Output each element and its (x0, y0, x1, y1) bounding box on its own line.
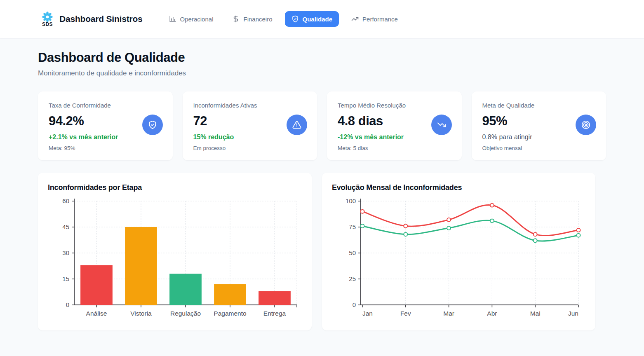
bar-chart-icon (169, 15, 176, 23)
line-chart-canvas[interactable]: 0255075100JanFevMarAbrMaiJun (332, 194, 585, 321)
bar-chart-canvas[interactable]: 015304560AnáliseVistoriaRegulaçãoPagamen… (48, 194, 302, 321)
pinwheel-logo-icon (41, 11, 54, 23)
app-logo: SDS (41, 11, 54, 27)
svg-text:Abr: Abr (487, 310, 497, 317)
nav-tab-operacional[interactable]: Operacional (162, 11, 220, 27)
kpi-trend: 0.8% para atingir (482, 134, 596, 141)
svg-text:25: 25 (349, 275, 356, 282)
brand: SDS Dashboard Sinistros (41, 11, 143, 27)
kpi-label: Taxa de Conformidade (49, 102, 162, 109)
kpi-card-tempo-medio-resolucao: Tempo Médio Resolução 4.8 dias -12% vs m… (327, 91, 462, 160)
svg-text:15: 15 (62, 275, 69, 282)
svg-text:45: 45 (62, 223, 69, 230)
main-nav: Operacional Financeiro Qualidade Perform… (162, 11, 404, 27)
kpi-trend: 15% redução (193, 134, 307, 141)
svg-text:0: 0 (353, 301, 356, 308)
app-title: Dashboard Sinistros (59, 14, 143, 24)
nav-tab-financeiro[interactable]: Financeiro (226, 11, 279, 27)
svg-text:50: 50 (349, 249, 356, 256)
svg-text:Jun: Jun (568, 310, 578, 317)
nav-label: Performance (362, 16, 398, 23)
trending-up-icon (351, 15, 359, 23)
alert-triangle-icon (292, 120, 301, 129)
svg-text:30: 30 (62, 249, 69, 256)
svg-text:Análise: Análise (86, 310, 107, 317)
kpi-sub: Meta: 95% (49, 145, 162, 151)
kpi-card-taxa-conformidade: Taxa de Conformidade 94.2% +2.1% vs mês … (38, 91, 173, 160)
kpi-icon-circle (431, 115, 452, 135)
dollar-icon (232, 15, 240, 23)
kpi-sub: Meta: 5 dias (338, 145, 451, 151)
target-icon (581, 120, 590, 129)
page-subtitle: Monitoramento de qualidade e inconformid… (38, 69, 606, 77)
kpi-trend: +2.1% vs mês anterior (49, 134, 162, 141)
nav-tab-qualidade[interactable]: Qualidade (285, 11, 339, 27)
kpi-row: Taxa de Conformidade 94.2% +2.1% vs mês … (38, 91, 606, 160)
shield-check-icon (291, 15, 299, 23)
svg-text:Fev: Fev (400, 310, 411, 317)
bar-chart-title: Inconformidades por Etapa (48, 183, 302, 192)
trending-down-icon (437, 120, 446, 129)
svg-text:100: 100 (346, 197, 356, 204)
svg-text:Vistoria: Vistoria (130, 310, 152, 317)
kpi-card-inconformidades-ativas: Inconformidades Ativas 72 15% redução Em… (183, 91, 317, 160)
svg-text:0: 0 (66, 301, 69, 308)
kpi-icon-circle (287, 115, 307, 135)
line-chart-card: Evolução Mensal de Inconformidades 02550… (322, 173, 595, 330)
logo-text: SDS (42, 22, 53, 27)
line-chart-title: Evolução Mensal de Inconformidades (332, 183, 585, 192)
kpi-label: Inconformidades Ativas (193, 102, 307, 109)
svg-text:60: 60 (62, 197, 69, 204)
kpi-sub: Objetivo mensal (482, 145, 596, 151)
svg-text:Entrega: Entrega (263, 310, 286, 317)
svg-text:Mar: Mar (443, 310, 454, 317)
nav-label: Financeiro (243, 16, 272, 23)
app-header: SDS Dashboard Sinistros Operacional Fina… (0, 0, 644, 38)
page-title: Dashboard de Qualidade (38, 50, 606, 65)
svg-text:75: 75 (349, 223, 356, 230)
kpi-sub: Em processo (193, 145, 307, 151)
kpi-card-meta-qualidade: Meta de Qualidade 95% 0.8% para atingir … (472, 91, 606, 160)
nav-tab-performance[interactable]: Performance (345, 11, 404, 27)
nav-label: Operacional (180, 16, 214, 23)
svg-text:Mai: Mai (530, 310, 541, 317)
kpi-trend: -12% vs mês anterior (338, 134, 451, 141)
bar-chart-card: Inconformidades por Etapa 015304560Análi… (38, 173, 312, 330)
kpi-label: Tempo Médio Resolução (338, 102, 451, 109)
nav-label: Qualidade (303, 16, 333, 23)
kpi-icon-circle (576, 115, 596, 135)
svg-text:Regulação: Regulação (170, 310, 201, 317)
svg-text:Pagamento: Pagamento (214, 310, 246, 317)
kpi-label: Meta de Qualidade (482, 102, 596, 109)
shield-check-icon (148, 120, 157, 129)
svg-text:Jan: Jan (362, 310, 373, 317)
page-content: Dashboard de Qualidade Monitoramento de … (0, 38, 644, 330)
charts-row: Inconformidades por Etapa 015304560Análi… (38, 173, 606, 330)
kpi-icon-circle (142, 115, 163, 135)
